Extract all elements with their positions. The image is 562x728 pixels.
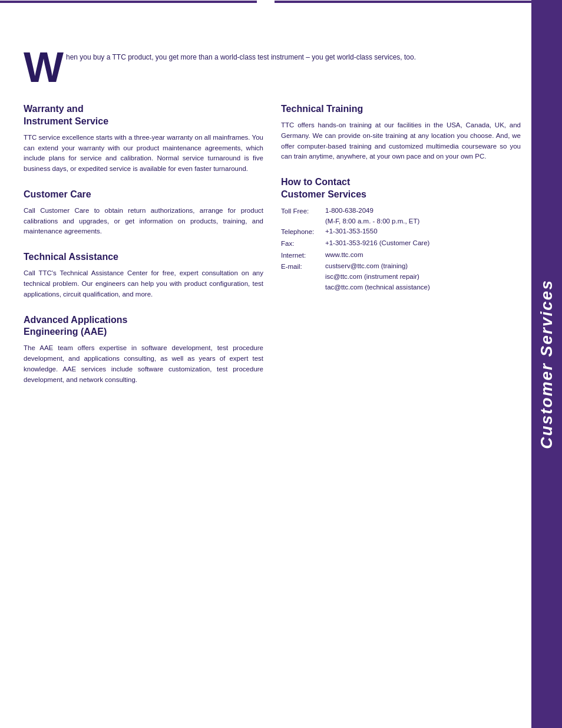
top-rules: [0, 0, 531, 3]
aae-section: Advanced ApplicationsEngineering (AAE) T…: [24, 314, 263, 386]
contact-row-fax: Fax: +1-301-353-9216 (Customer Care): [281, 238, 521, 250]
contact-row-tollfree: Toll Free: 1-800-638-2049 (M-F, 8:00 a.m…: [281, 206, 521, 227]
technical-training-body: TTC offers hands-on training at our faci…: [281, 120, 521, 162]
contact-label-tollfree: Toll Free:: [281, 206, 325, 218]
technical-training-title: Technical Training: [281, 103, 521, 116]
contact-label-email: E-mail:: [281, 261, 325, 273]
contact-table: Toll Free: 1-800-638-2049 (M-F, 8:00 a.m…: [281, 206, 521, 293]
intro-text: hen you buy a TTC product, you get more …: [66, 47, 416, 62]
contact-row-internet: Internet: www.ttc.com: [281, 250, 521, 262]
top-rule-left: [0, 1, 257, 3]
customer-care-section: Customer Care Call Customer Care to obta…: [24, 189, 263, 237]
customer-care-body: Call Customer Care to obtain return auth…: [24, 206, 263, 237]
aae-title: Advanced ApplicationsEngineering (AAE): [24, 314, 263, 339]
customer-care-title: Customer Care: [24, 189, 263, 201]
contact-row-email: E-mail: custserv@ttc.com (training) isc@…: [281, 261, 521, 292]
contact-title: How to ContactCustomer Services: [281, 176, 521, 201]
contact-row-telephone: Telephone: +1-301-353-1550: [281, 226, 521, 238]
intro-section: W hen you buy a TTC product, you get mor…: [24, 47, 521, 85]
right-column: Technical Training TTC offers hands-on t…: [281, 103, 521, 399]
contact-value-tollfree: 1-800-638-2049 (M-F, 8:00 a.m. - 8:00 p.…: [325, 206, 419, 227]
technical-assistance-body: Call TTC's Technical Assistance Center f…: [24, 268, 263, 299]
main-content: W hen you buy a TTC product, you get mor…: [24, 47, 521, 704]
technical-assistance-title: Technical Assistance: [24, 251, 263, 263]
drop-cap: W: [24, 50, 64, 85]
contact-value-email: custserv@ttc.com (training) isc@ttc.com …: [325, 261, 430, 292]
top-rule-right: [275, 1, 531, 3]
warranty-section: Warranty andInstrument Service TTC servi…: [24, 103, 263, 174]
page-container: Customer Services W hen you buy a TTC pr…: [0, 0, 562, 728]
contact-value-internet: www.ttc.com: [325, 250, 363, 261]
sidebar-bar: Customer Services: [531, 0, 562, 728]
contact-label-telephone: Telephone:: [281, 226, 325, 238]
contact-value-fax: +1-301-353-9216 (Customer Care): [325, 238, 429, 249]
two-column-layout: Warranty andInstrument Service TTC servi…: [24, 103, 521, 399]
warranty-body: TTC service excellence starts with a thr…: [24, 133, 263, 174]
contact-section: How to ContactCustomer Services Toll Fre…: [281, 176, 521, 292]
warranty-title: Warranty andInstrument Service: [24, 103, 263, 128]
sidebar-text: Customer Services: [537, 279, 556, 449]
top-rule-gap: [257, 0, 275, 3]
technical-training-section: Technical Training TTC offers hands-on t…: [281, 103, 521, 162]
left-column: Warranty andInstrument Service TTC servi…: [24, 103, 263, 399]
aae-body: The AAE team offers expertise in softwar…: [24, 343, 263, 385]
sidebar-label: Customer Services: [531, 0, 562, 728]
contact-value-telephone: +1-301-353-1550: [325, 226, 378, 237]
technical-assistance-section: Technical Assistance Call TTC's Technica…: [24, 251, 263, 299]
contact-label-internet: Internet:: [281, 250, 325, 262]
contact-label-fax: Fax:: [281, 238, 325, 250]
